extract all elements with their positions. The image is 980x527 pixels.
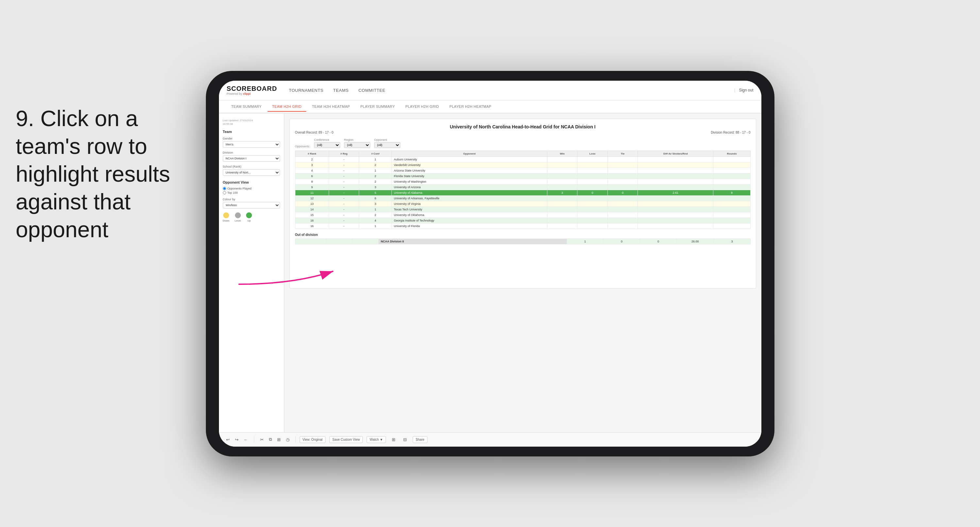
copy-button[interactable]: ⧉ — [267, 436, 274, 443]
toolbar-sep-2 — [295, 436, 296, 443]
tablet-device: SCOREBOARD Powered by clippi TOURNAMENTS… — [206, 71, 775, 457]
logo-powered: Powered by clippi — [227, 92, 277, 96]
back-button[interactable]: ← — [242, 436, 250, 443]
filter-conference: Conference (All) — [314, 138, 340, 148]
table-row[interactable]: 8-2University of Washington — [295, 179, 750, 184]
report-container: University of North Carolina Head-to-Hea… — [290, 119, 756, 288]
radio-top100[interactable]: Top 100 — [223, 191, 280, 194]
table-row[interactable]: 4-1Arizona State University — [295, 167, 750, 173]
content-area: University of North Carolina Head-to-Hea… — [284, 113, 761, 432]
table-row[interactable]: 6-2Florida State University — [295, 173, 750, 179]
ood-rounds: 3 — [714, 239, 750, 244]
division-select[interactable]: NCAA Division I — [223, 155, 280, 162]
nav-links: TOURNAMENTS TEAMS COMMITTEE — [289, 87, 734, 94]
ood-label: NCAA Division II — [379, 239, 567, 244]
logo-area: SCOREBOARD Powered by clippi — [227, 85, 277, 96]
tab-team-h2h-heatmap[interactable]: TEAM H2H HEATMAP — [307, 102, 355, 112]
main-content: Last Updated: 27/03/2024 16:55:38 Team G… — [219, 113, 761, 432]
sidebar-division-label: Division — [223, 151, 280, 154]
table-row[interactable]: 16-1University of Florida — [295, 223, 750, 229]
ood-win: 1 — [567, 239, 603, 244]
th-tie: Tie — [608, 151, 638, 156]
table-header-row: # Rank # Reg # Conf Opponent Win Loss Ti… — [295, 151, 750, 156]
th-loss: Loss — [578, 151, 608, 156]
ood-conf — [353, 239, 379, 244]
nav-tournaments[interactable]: TOURNAMENTS — [289, 87, 323, 94]
table-row[interactable]: 2-1Auburn University — [295, 156, 750, 162]
tab-player-summary[interactable]: PLAYER SUMMARY — [356, 102, 399, 112]
sidebar-radio-group: Opponents Played Top 100 — [223, 187, 280, 194]
th-opponent: Opponent — [392, 151, 547, 156]
paste-button[interactable]: ⊞ — [275, 436, 283, 443]
nav-committee[interactable]: COMMITTEE — [358, 87, 386, 94]
th-win: Win — [547, 151, 577, 156]
ood-table: NCAA Division II 1 0 0 26.00 3 — [295, 239, 751, 244]
toolbar-icon-2[interactable]: ⊟ — [401, 436, 409, 443]
tab-player-h2h-heatmap[interactable]: PLAYER H2H HEATMAP — [445, 102, 496, 112]
table-row[interactable]: 11-5University of Alabama3002.618 — [295, 190, 750, 195]
toolbar-undo-group: ↩ ↪ ← — [224, 436, 250, 443]
filter-opponent: Opponent (All) — [374, 138, 400, 148]
save-custom-view-button[interactable]: Save Custom View — [329, 436, 363, 443]
th-conf: # Conf — [359, 151, 392, 156]
sign-out-link[interactable]: Sign out — [739, 88, 753, 92]
gender-select[interactable]: Men's — [223, 141, 280, 148]
nav-right: | Sign out — [734, 88, 754, 92]
cut-button[interactable]: ✂ — [258, 436, 266, 443]
filter-conference-label: Conference — [314, 138, 340, 142]
th-rank: # Rank — [295, 151, 329, 156]
tablet-screen: SCOREBOARD Powered by clippi TOURNAMENTS… — [219, 81, 761, 447]
tab-team-summary[interactable]: TEAM SUMMARY — [227, 102, 266, 112]
sidebar-gender-label: Gender — [223, 137, 280, 140]
bottom-toolbar: ↩ ↪ ← ✂ ⧉ ⊞ ◷ View: Original Save Custom… — [219, 432, 761, 447]
table-row[interactable]: 13-3University of Virginia — [295, 201, 750, 207]
table-row[interactable]: 15-2University of Oklahoma — [295, 212, 750, 218]
ood-row[interactable]: NCAA Division II 1 0 0 26.00 3 — [295, 239, 750, 244]
instruction-text: 9. Click on a team's row to highlight re… — [16, 105, 186, 244]
opponent-filter-select[interactable]: (All) — [374, 142, 400, 148]
watch-button[interactable]: Watch ▼ — [367, 436, 386, 443]
undo-button[interactable]: ↩ — [224, 436, 232, 443]
sub-nav: TEAM SUMMARY TEAM H2H GRID TEAM H2H HEAT… — [219, 100, 761, 113]
sidebar: Last Updated: 27/03/2024 16:55:38 Team G… — [219, 113, 284, 432]
table-row[interactable]: 16-4Georgia Institute of Technology — [295, 218, 750, 223]
out-of-division-title: Out of division — [295, 233, 751, 237]
school-select[interactable]: University of Nort... — [223, 169, 280, 176]
legend-dot-up — [246, 212, 252, 218]
region-filter-select[interactable]: (All) — [344, 142, 370, 148]
legend-dot-down — [223, 212, 229, 218]
redo-button[interactable]: ↪ — [233, 436, 240, 443]
table-row[interactable]: 12-6University of Arkansas, Fayetteville — [295, 195, 750, 201]
logo-scoreboard: SCOREBOARD — [227, 85, 277, 92]
legend-up: Up — [246, 212, 252, 222]
share-button[interactable]: Share — [413, 436, 428, 443]
table-row[interactable]: 14-1Texas Tech University — [295, 207, 750, 212]
clock-button[interactable]: ◷ — [284, 436, 291, 443]
filters-row: Opponents: Conference (All) Region — [295, 138, 751, 148]
ood-tie: 0 — [640, 239, 676, 244]
legend-dot-level — [235, 212, 241, 218]
report-title: University of North Carolina Head-to-Hea… — [295, 124, 751, 129]
overall-record: Overall Record: 89 - 17 - 0 — [295, 131, 334, 134]
view-original-button[interactable]: View: Original — [300, 436, 326, 443]
ood-reg — [326, 239, 353, 244]
table-row[interactable]: 3-2Vanderbilt University — [295, 162, 750, 167]
nav-teams[interactable]: TEAMS — [333, 87, 349, 94]
nav-divider: | — [734, 88, 735, 92]
tab-player-h2h-grid[interactable]: PLAYER H2H GRID — [401, 102, 444, 112]
conference-filter-select[interactable]: (All) — [314, 142, 340, 148]
colour-by-select[interactable]: Win/loss — [223, 202, 280, 209]
data-table: # Rank # Reg # Conf Opponent Win Loss Ti… — [295, 151, 751, 229]
sidebar-timestamp: Last Updated: 27/03/2024 16:55:38 — [223, 119, 280, 126]
table-row[interactable]: 9-3University of Arizona — [295, 184, 750, 190]
legend-row: Down Level Up — [223, 212, 280, 222]
sidebar-school-label: School (Rank) — [223, 165, 280, 168]
tab-team-h2h-grid[interactable]: TEAM H2H GRID — [267, 102, 306, 112]
top-nav: SCOREBOARD Powered by clippi TOURNAMENTS… — [219, 81, 761, 100]
toolbar-icon-1[interactable]: ⊞ — [390, 436, 397, 443]
scene: 9. Click on a team's row to highlight re… — [0, 0, 980, 527]
radio-opponents-played[interactable]: Opponents Played — [223, 187, 280, 190]
legend-down: Down — [223, 212, 229, 222]
ood-diff: 26.00 — [676, 239, 714, 244]
ood-rank — [295, 239, 326, 244]
